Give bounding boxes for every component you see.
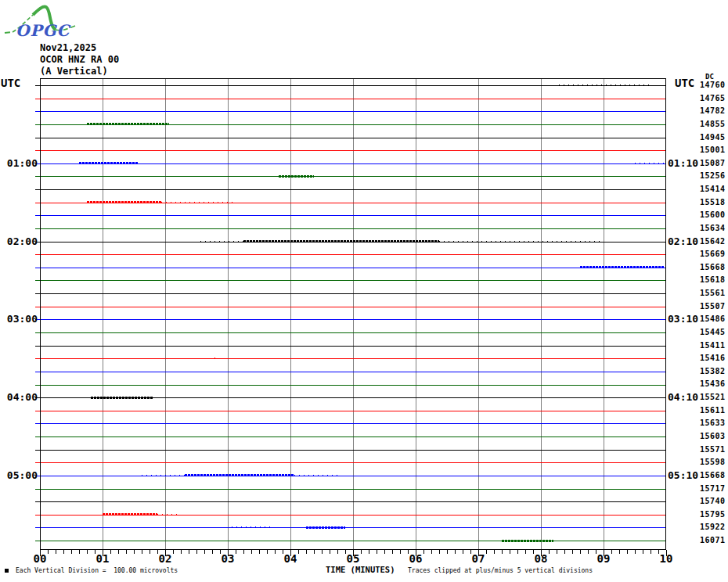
- trace-line: [41, 462, 665, 463]
- utc-time-right: 02:10: [668, 235, 698, 247]
- x-minor-tick: [118, 550, 119, 554]
- trace-noise-burst: [232, 526, 271, 528]
- trace-start-tick: [35, 358, 40, 359]
- trace-noise-burst: [87, 123, 169, 125]
- dc-offset-value: 14760: [700, 81, 726, 89]
- trace-start-tick: [35, 176, 40, 177]
- dc-offset-value: 15795: [700, 510, 726, 519]
- utc-time-right: 01:10: [668, 157, 698, 169]
- x-minor-tick: [189, 550, 189, 554]
- dc-offset-value: 15642: [700, 237, 726, 246]
- trace-start-tick: [35, 436, 40, 437]
- dc-offset-value: 15507: [700, 302, 726, 311]
- trace-start-tick: [35, 527, 40, 528]
- trace-line: [41, 450, 665, 451]
- x-minor-tick: [330, 550, 330, 554]
- x-tick-label: 06: [400, 552, 431, 565]
- trace-line: [41, 138, 665, 138]
- trace-start-tick: [35, 385, 40, 386]
- utc-time-left: 01:00: [0, 157, 38, 169]
- trace-line: [41, 307, 665, 307]
- station-code: OCOR HNZ RA 00: [40, 54, 119, 65]
- dc-offset-value: 15414: [700, 185, 726, 193]
- opgc-logo: OPGC: [3, 2, 81, 38]
- x-minor-tick: [384, 550, 385, 554]
- trace-line: [41, 358, 665, 359]
- x-minor-tick: [369, 550, 369, 554]
- trace-start-tick: [35, 124, 40, 125]
- trace-noise-burst: [103, 513, 157, 516]
- dc-offset-value: 15740: [700, 497, 726, 505]
- dc-offset-value: 15486: [700, 314, 726, 323]
- x-tick-label: 07: [463, 552, 494, 565]
- trace-start-tick: [35, 85, 40, 86]
- logo-text: OPGC: [16, 21, 71, 38]
- utc-time-right: 05:10: [668, 469, 698, 481]
- logo-volcano-dash-left: [5, 32, 13, 33]
- trace-line: [41, 476, 665, 476]
- trace-line: [41, 372, 665, 372]
- trace-line: [41, 254, 665, 255]
- trace-noise-burst: [161, 202, 235, 203]
- trace-line: [41, 280, 665, 281]
- dc-offset-value: 15598: [700, 458, 726, 466]
- utc-time-right: 04:10: [668, 391, 698, 403]
- x-minor-tick: [63, 550, 64, 554]
- trace-noise-burst: [157, 514, 181, 516]
- trace-noise-burst: [91, 397, 153, 399]
- utc-time-right: 03:10: [668, 313, 698, 325]
- trace-start-tick: [35, 215, 40, 216]
- trace-line: [41, 489, 665, 490]
- x-minor-tick: [181, 550, 182, 554]
- dc-offset-value: 15633: [700, 419, 726, 427]
- x-minor-tick: [431, 550, 432, 554]
- dc-offset-value: 14782: [700, 106, 726, 115]
- trace-line: [41, 436, 665, 437]
- x-tick-label: 05: [337, 552, 369, 565]
- trace-start-tick: [35, 346, 40, 347]
- trace-line: [41, 423, 665, 424]
- trace-line: [41, 189, 665, 190]
- x-minor-tick: [517, 550, 518, 554]
- trace-noise-burst: [79, 162, 138, 164]
- dc-offset-value: 15669: [700, 250, 726, 258]
- x-minor-tick: [259, 550, 260, 554]
- trace-noise-burst: [635, 163, 666, 164]
- dc-offset-value: 15001: [700, 146, 726, 154]
- trace-start-tick: [35, 515, 40, 516]
- trace-start-tick: [35, 332, 40, 333]
- dc-offset-value: 15668: [700, 263, 726, 271]
- seismogram-page: OPGC Nov21,2025 OCOR HNZ RA 00 (A Vertic…: [0, 0, 728, 582]
- dc-offset-value: 15411: [700, 341, 726, 350]
- x-minor-tick: [494, 550, 495, 554]
- dc-offset-value: 15087: [700, 159, 726, 167]
- trace-noise-burst: [294, 475, 337, 476]
- trace-noise-burst: [559, 84, 651, 86]
- trace-noise-burst: [439, 241, 604, 242]
- trace-start-tick: [35, 150, 40, 151]
- dc-offset-value: 15634: [700, 224, 726, 232]
- trace-noise-burst: [243, 240, 439, 242]
- x-minor-tick: [392, 550, 393, 554]
- dc-offset-value: 15256: [700, 171, 726, 180]
- trace-line: [41, 346, 665, 347]
- trace-start-tick: [35, 372, 40, 372]
- trace-noise-burst: [200, 241, 243, 242]
- trace-line: [41, 411, 665, 411]
- x-axis-title: TIME (MINUTES): [326, 565, 395, 574]
- utc-time-left: 02:00: [0, 235, 38, 247]
- trace-start-tick: [35, 501, 40, 502]
- x-minor-tick: [56, 550, 56, 554]
- dc-offset-value: 15561: [700, 289, 726, 297]
- x-tick-label: 03: [212, 552, 243, 565]
- x-tick-label: 04: [275, 552, 306, 565]
- x-tick-label: 00: [24, 552, 56, 565]
- trace-line: [41, 527, 665, 528]
- trace-noise-burst: [279, 175, 314, 178]
- x-minor-tick: [572, 550, 573, 554]
- x-minor-tick: [204, 550, 205, 554]
- dc-offset-value: 15603: [700, 432, 726, 440]
- x-minor-tick: [314, 550, 315, 554]
- dc-offset-value: 15600: [700, 210, 726, 219]
- trace-line: [41, 293, 665, 294]
